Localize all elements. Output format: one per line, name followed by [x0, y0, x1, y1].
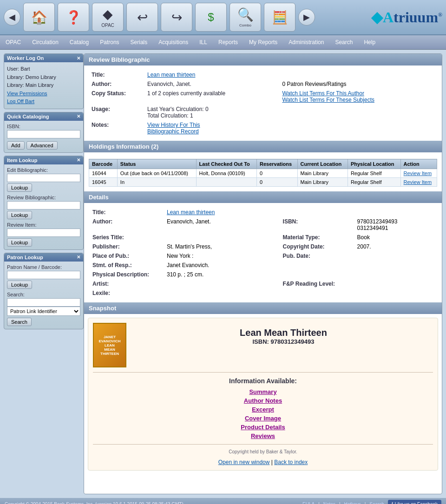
nav-search[interactable]: Search: [329, 37, 358, 47]
title-link[interactable]: Lean mean thirteen: [147, 72, 195, 78]
patron-search-btn[interactable]: Search: [7, 318, 32, 326]
detail-title-link[interactable]: Lean mean thirteen: [167, 209, 215, 216]
cataloging-panel-close[interactable]: ✕: [77, 114, 80, 119]
lookup-btn-2[interactable]: Lookup: [7, 211, 32, 219]
nav-opac[interactable]: OPAC: [0, 37, 26, 47]
detail-stmt-label: Stmt. of Resp.:: [89, 261, 163, 270]
detail-title-row: Title: Lean mean thirteen: [89, 208, 437, 217]
logoff-link[interactable]: Log Off Bart: [7, 98, 34, 104]
patron-lookup-close[interactable]: ✕: [77, 255, 80, 260]
nav-myreports[interactable]: My Reports: [243, 37, 283, 47]
footer-eula[interactable]: EULA: [302, 502, 315, 504]
patron-search-dropdown[interactable]: Patron Link Identifier: [7, 307, 80, 316]
patron-search-input[interactable]: [7, 298, 80, 307]
divider-1: [93, 372, 433, 373]
nav-help[interactable]: Help: [358, 37, 381, 47]
nav-acquisitions[interactable]: Acquisitions: [153, 37, 194, 47]
excerpt-link[interactable]: Excerpt: [252, 406, 274, 413]
bottom-links: Open in new window | Back to index: [93, 459, 433, 465]
help-button[interactable]: ❓: [58, 3, 89, 32]
author-notes-link[interactable]: Author Notes: [244, 397, 282, 404]
calc-button[interactable]: 🧮: [264, 3, 295, 32]
detail-author-row: Author: Evanovich, Janet. ISBN: 97803123…: [89, 217, 437, 233]
detail-physical-value: 310 p. ; 25 cm.: [163, 270, 261, 279]
detail-stmt-row: Stmt. of Resp.: Janet Evanovich.: [89, 261, 437, 270]
nav-catalog[interactable]: Catalog: [64, 37, 94, 47]
patron-search-label: Search:: [7, 292, 80, 297]
holdings-header: Holdings Information (2): [84, 141, 442, 152]
combo-button[interactable]: 🔍 Combo: [230, 3, 261, 32]
nav-administration[interactable]: Administration: [283, 37, 329, 47]
advanced-button[interactable]: Advanced: [26, 141, 58, 150]
quick-cataloging-panel: Quick Cataloging ✕ ISBN: Add Advanced: [4, 112, 84, 153]
money-button[interactable]: $: [195, 3, 227, 32]
title-row: Title: Lean mean thirteen: [89, 70, 437, 79]
detail-series-label: Series Title:: [89, 233, 163, 242]
view-permissions-link[interactable]: View Permissions: [7, 91, 47, 96]
author-row: Author: Evanovich, Janet. 0 Patron Revie…: [89, 79, 437, 89]
open-new-window-link[interactable]: Open in new window: [218, 459, 270, 465]
holdings-table: Barcode Status Last Checked Out To Reser…: [89, 159, 437, 187]
back-button[interactable]: ◀: [4, 9, 20, 26]
detail-artist-label: Artist:: [89, 279, 163, 288]
detail-lexile-row: Lexile:: [89, 288, 437, 298]
footer-search[interactable]: Search: [369, 502, 384, 504]
usage-label: Usage:: [89, 105, 144, 120]
calc-icon: 🧮: [272, 10, 288, 25]
snapshot-book-title: Lean Mean Thirteen: [134, 327, 433, 338]
review-bib-label: Review Bibliographic:: [7, 195, 80, 200]
watch-subjects-link[interactable]: Watch List Terms For These Subjects: [282, 97, 374, 103]
circ-button[interactable]: ↩: [126, 3, 158, 32]
detail-stmt-value: Janet Evanovich.: [163, 261, 261, 270]
watch-author-link[interactable]: Watch List Terms For This Author: [282, 90, 364, 97]
nav-circulation[interactable]: Circulation: [26, 37, 64, 47]
forward-button[interactable]: ▶: [298, 9, 315, 26]
facebook-button[interactable]: f Like us on Facebook: [388, 500, 441, 504]
home-icon: 🏠: [31, 10, 47, 25]
nav-patrons[interactable]: Patrons: [94, 37, 125, 47]
holdings-section: Holdings Information (2) Barcode Status …: [84, 141, 442, 191]
table-row: 16044 Out (due back on 04/11/2008) Holt,…: [89, 169, 437, 178]
nav-reports[interactable]: Reports: [213, 37, 243, 47]
add-button[interactable]: Add: [7, 141, 25, 150]
detail-title-label: Title:: [89, 208, 163, 217]
return-button[interactable]: ↪: [161, 3, 192, 32]
isbn-input[interactable]: [7, 130, 80, 138]
nav-ill[interactable]: ILL: [194, 37, 213, 47]
facebook-label: Like us on Facebook: [395, 502, 438, 504]
review-item-link-2[interactable]: Review Item: [404, 179, 432, 185]
notes-row: Notes: View History For This Bibliograph…: [89, 120, 437, 136]
review-bib-header: Review Bibliographic: [84, 54, 442, 65]
nav-serials[interactable]: Serials: [125, 37, 153, 47]
cover-image-link[interactable]: Cover Image: [245, 415, 281, 422]
view-history-link[interactable]: View History For This Bibliographic Reco…: [147, 122, 200, 135]
product-details-link[interactable]: Product Details: [241, 424, 285, 431]
detail-physical-row: Physical Description: 310 p. ; 25 cm.: [89, 270, 437, 279]
review-bib-input[interactable]: [7, 201, 80, 209]
worker-panel-close[interactable]: ✕: [77, 56, 80, 61]
lookup-btn-1[interactable]: Lookup: [7, 183, 32, 192]
edit-bib-input[interactable]: [7, 174, 80, 182]
facebook-icon: f: [392, 502, 393, 504]
table-row: 16045 In 0 Main Library Regular Shelf Re…: [89, 178, 437, 187]
detail-publisher-row: Publisher: St. Martin's Press, Copyright…: [89, 242, 437, 251]
footer-notes[interactable]: Notes: [323, 502, 335, 504]
home-button[interactable]: 🏠: [23, 3, 55, 32]
patron-lookup-header: Patron Lookup ✕: [4, 253, 83, 262]
patron-lookup-panel: Patron Lookup ✕ Patron Name / Barcode: L…: [4, 253, 84, 329]
detail-physical-label: Physical Description:: [89, 270, 163, 279]
lookup-btn-3[interactable]: Lookup: [7, 238, 32, 247]
details-section: Details Title: Lean mean thirteen Author…: [84, 191, 442, 302]
patron-reviews: 0 Patron Reviews/Ratings: [282, 81, 346, 87]
opac-button[interactable]: ◆ OPAC: [92, 3, 124, 32]
item-lookup-close[interactable]: ✕: [77, 157, 80, 163]
summary-link[interactable]: Summary: [249, 388, 276, 395]
patron-name-input[interactable]: [7, 271, 80, 279]
footer-hotkeys[interactable]: Hotkeys: [344, 502, 361, 504]
review-item-input[interactable]: [7, 229, 80, 237]
patron-lookup-btn[interactable]: Lookup: [7, 281, 32, 289]
reviews-link[interactable]: Reviews: [251, 432, 275, 439]
review-item-link-1[interactable]: Review Item: [404, 170, 432, 176]
action-2: Review Item: [400, 178, 437, 187]
back-to-index-link[interactable]: Back to index: [274, 459, 308, 465]
